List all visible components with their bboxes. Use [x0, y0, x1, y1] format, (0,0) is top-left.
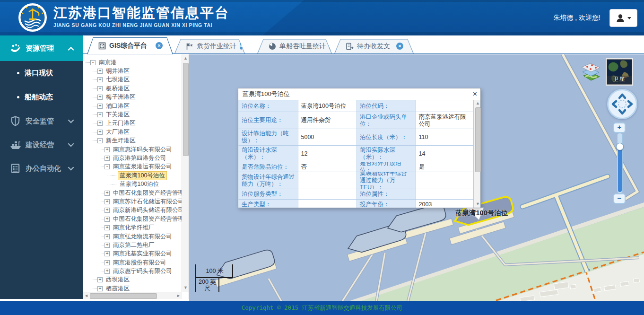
tree-connector: [93, 289, 97, 289]
tree-expander-toggle[interactable]: +: [104, 191, 110, 196]
tree-node[interactable]: +南京第二热电厂: [83, 241, 182, 249]
tree-connector: [100, 210, 104, 210]
tree-node[interactable]: +浦口港区: [83, 102, 182, 110]
tree-expander-toggle[interactable]: -: [97, 138, 103, 143]
tree-node[interactable]: 蓝泉湾100号泊位: [83, 171, 182, 180]
tree-expander-toggle[interactable]: -: [90, 60, 96, 65]
tab-close-icon[interactable]: ×: [396, 43, 403, 50]
tab-close-icon[interactable]: ×: [329, 43, 332, 50]
chevron-down-icon: [68, 166, 74, 171]
tree-expander-toggle[interactable]: +: [104, 199, 110, 204]
tab-close-icon[interactable]: ×: [240, 43, 243, 50]
tree-node[interactable]: +西坝港区: [83, 276, 182, 284]
tree-expander-toggle[interactable]: +: [97, 121, 103, 126]
tab-4[interactable]: 待办收发文×: [334, 39, 414, 53]
tree-node[interactable]: +七坝港区: [83, 76, 182, 84]
tree-node[interactable]: +上元门港区: [83, 119, 182, 128]
tree-connector: [100, 228, 104, 228]
tree-expander-toggle[interactable]: +: [97, 69, 103, 74]
popup-field-label: 生产类型：: [238, 200, 298, 208]
tree-node[interactable]: -南京港: [83, 58, 182, 67]
tree-node[interactable]: +中国石化集团资产经营管理有: [83, 189, 182, 197]
tree-expander-toggle[interactable]: +: [97, 112, 103, 117]
tree-node[interactable]: +下关港区: [83, 110, 182, 119]
tree-expander-toggle[interactable]: +: [97, 86, 103, 91]
tab-2[interactable]: 危货作业统计×: [174, 39, 245, 53]
tree-expander-toggle[interactable]: +: [104, 225, 110, 230]
tree-horizontal-scrollbar[interactable]: ◄ ►: [83, 292, 182, 299]
tree-connector: [93, 71, 97, 71]
scroll-down-icon[interactable]: ▼: [476, 202, 480, 206]
tab-3[interactable]: 单船吞吐量统计×: [257, 39, 332, 53]
scroll-right-icon[interactable]: ►: [176, 294, 181, 298]
tree-expander-toggle[interactable]: +: [97, 77, 103, 82]
tree-connector: [100, 254, 104, 254]
map-pan-control[interactable]: [607, 89, 637, 119]
tree-expander-toggle[interactable]: +: [104, 147, 110, 152]
popup-table-row: 生产类型：投产年份：2003: [238, 200, 474, 208]
tab-1[interactable]: GIS综合平台×: [87, 37, 173, 54]
tree-node[interactable]: 蓝泉湾100泊位: [83, 180, 182, 188]
tree-node[interactable]: +梅子洲港区: [83, 93, 182, 102]
sidebar-subitem[interactable]: 港口现状: [0, 61, 83, 85]
tree-expander-toggle[interactable]: +: [104, 156, 110, 161]
zoom-slider-track[interactable]: [617, 133, 623, 193]
tree-expander-toggle[interactable]: +: [97, 286, 103, 291]
scroll-up-icon[interactable]: ▲: [476, 101, 480, 105]
sidebar-item-3[interactable]: 建设经营: [0, 133, 83, 157]
satellite-toggle-button[interactable]: 卫星: [607, 59, 632, 85]
tree-expander-toggle[interactable]: +: [104, 217, 110, 222]
tree-node[interactable]: +栖霞港区: [83, 284, 182, 292]
sidebar-item-2[interactable]: 安全监管: [0, 109, 83, 133]
tree-expander-toggle[interactable]: +: [104, 251, 110, 256]
zoom-out-button[interactable]: −: [613, 193, 626, 204]
tree-node[interactable]: -新生圩港区: [83, 137, 182, 145]
layers-icon[interactable]: [579, 61, 602, 83]
sidebar-subitem[interactable]: 船舶动态: [0, 85, 83, 109]
tree-expander-toggle[interactable]: -: [104, 164, 110, 169]
scroll-up-icon[interactable]: ▲: [183, 56, 188, 61]
popup-scrollbar[interactable]: ▲ ▼: [474, 100, 480, 208]
scroll-down-icon[interactable]: ▼: [183, 286, 188, 290]
tree-expander-toggle[interactable]: +: [104, 269, 110, 274]
tree-node[interactable]: +南京兆基实业有限公司: [83, 250, 182, 258]
tree-node[interactable]: -南京蓝泉港运有限公司: [83, 163, 182, 171]
tree-node[interactable]: +板桥港区: [83, 84, 182, 93]
tree-node[interactable]: +南京港第四港务公司: [83, 154, 182, 162]
zoom-slider-handle[interactable]: [616, 143, 624, 150]
popup-field-label: 泊位代码：: [357, 100, 416, 112]
tree-hscroll-thumb[interactable]: [90, 293, 157, 299]
sidebar-item-1[interactable]: 资源管理: [0, 35, 83, 61]
tree-expander-toggle[interactable]: +: [104, 234, 110, 239]
tree-node[interactable]: +南京港股份有限公司: [83, 258, 182, 267]
tree-node[interactable]: +中国石化集团资产经营管理有: [83, 215, 182, 223]
tree-node-label: 南京新港码头储运有限公司: [111, 206, 182, 215]
zoom-in-button[interactable]: +: [613, 122, 626, 133]
sidebar-item-4[interactable]: 办公自动化: [0, 157, 83, 180]
popup-close-button[interactable]: ×: [473, 89, 477, 99]
scroll-left-icon[interactable]: ◄: [84, 294, 88, 298]
zoom-slider-fill: [618, 146, 622, 192]
tree-node[interactable]: +南京新港码头储运有限公司: [83, 206, 182, 215]
tab-close-icon[interactable]: ×: [156, 42, 163, 49]
tree-expander-toggle[interactable]: +: [104, 208, 110, 213]
tree-node[interactable]: +南京苏计石化储运有限公司: [83, 197, 182, 206]
tree-node[interactable]: +南京弘龙物流有限公司: [83, 232, 182, 241]
tree-expander-toggle[interactable]: +: [104, 260, 110, 265]
tree-expander-toggle[interactable]: +: [97, 130, 103, 135]
tree-expander-toggle[interactable]: +: [104, 243, 110, 248]
popup-field-label: 泊位主要用途：: [238, 112, 298, 129]
tree-vscroll-thumb[interactable]: [183, 63, 189, 156]
tree-node[interactable]: +南京化学纤维厂: [83, 223, 182, 232]
tree-expander-toggle[interactable]: +: [97, 104, 103, 109]
tree-node[interactable]: +铜井港区: [83, 67, 182, 75]
tree-node[interactable]: +南京惠洋码头有限公司: [83, 145, 182, 154]
tree-node[interactable]: +南京惠宁码头有限公司: [83, 267, 182, 275]
user-menu-button[interactable]: [609, 9, 637, 27]
popup-scroll-thumb[interactable]: [475, 107, 481, 172]
tree-expander-toggle[interactable]: +: [97, 277, 103, 282]
tree-vertical-scrollbar[interactable]: ▲ ▼: [182, 54, 189, 292]
popup-field-label: 集装箱设计年综合通过能力（万TEU）：: [357, 172, 416, 189]
tree-node[interactable]: +大厂港区: [83, 128, 182, 136]
tree-expander-toggle[interactable]: +: [97, 95, 103, 100]
